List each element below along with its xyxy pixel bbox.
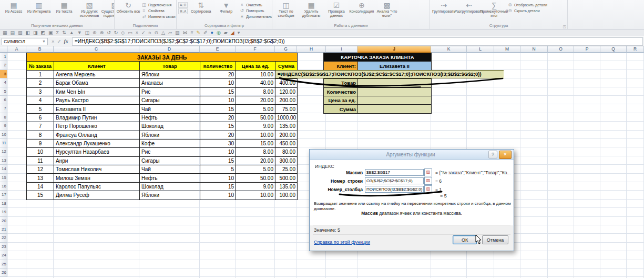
- existing-connections-button[interactable]: ▨Существующие подключения: [103, 1, 114, 18]
- column-header-g[interactable]: G: [275, 46, 297, 53]
- row-header-11[interactable]: 11: [0, 139, 7, 147]
- toolbar-icon[interactable]: ▤: [11, 29, 15, 36]
- row-header-23[interactable]: 23: [0, 243, 7, 251]
- toolbar-icon[interactable]: ◧: [26, 29, 30, 36]
- table-cell[interactable]: 9: [27, 139, 54, 147]
- orders-column-header[interactable]: Клиент: [54, 62, 140, 70]
- table-cell[interactable]: 6: [27, 113, 54, 122]
- toolbar-icon[interactable]: ▾: [238, 29, 240, 36]
- table-cell[interactable]: 8.00: [236, 148, 275, 156]
- table-cell[interactable]: 15: [200, 87, 236, 96]
- rownum-arg-input[interactable]: ОЗ($J$2;$C$2:$C$17;0): [365, 177, 424, 184]
- client-value-cell[interactable]: Елизавета II: [358, 62, 432, 70]
- row-header-10[interactable]: 10: [0, 131, 7, 139]
- table-cell[interactable]: Дилма Русеф: [54, 191, 140, 200]
- row-header-15[interactable]: 15: [0, 174, 7, 182]
- table-cell[interactable]: 11: [27, 156, 54, 165]
- toolbar-icon[interactable]: ▼: [77, 29, 82, 36]
- table-cell[interactable]: 15: [200, 105, 236, 113]
- table-cell[interactable]: Шоколад: [140, 182, 200, 191]
- formula-input[interactable]: =ИНДЕКС($B$2:$G$17;ПОИСКПОЗ($J$2;$C$2:$C…: [72, 37, 643, 46]
- row-header-13[interactable]: 13: [0, 156, 7, 165]
- table-cell[interactable]: 13: [27, 174, 54, 182]
- toolbar-icon[interactable]: ◫: [85, 29, 90, 36]
- row-header-6[interactable]: 6: [0, 96, 7, 104]
- remove-duplicates-button[interactable]: ▦Удалить дубликаты: [299, 1, 323, 18]
- table-cell[interactable]: 200.00: [275, 96, 298, 104]
- table-cell[interactable]: 2: [27, 79, 54, 87]
- table-cell[interactable]: 4: [27, 96, 54, 104]
- editing-cell-formula[interactable]: =ИНДЕКС($B$2:$G$17;ПОИСКПОЗ($J$2;$C$2:$C…: [275, 70, 504, 78]
- consolidate-button[interactable]: ⊕Консолидация: [350, 1, 374, 14]
- toolbar-icon[interactable]: ▣: [48, 29, 53, 36]
- orders-column-header[interactable]: № заказа: [27, 62, 54, 70]
- table-cell[interactable]: 5.00: [236, 165, 275, 174]
- table-cell[interactable]: Каролос Папульяс: [54, 182, 140, 191]
- table-cell[interactable]: 10.00: [236, 70, 275, 78]
- toolbar-icon[interactable]: △: [161, 29, 165, 36]
- ungroup-button[interactable]: ⇠Разгруппировать: [457, 1, 481, 14]
- table-cell[interactable]: 9.00: [236, 182, 275, 191]
- table-cell[interactable]: Чай: [140, 105, 200, 113]
- reapply-button[interactable]: ↺Повторить: [239, 8, 272, 13]
- sort-button[interactable]: ⇅Сортировка: [189, 1, 213, 14]
- orders-table[interactable]: ЗАКАЗЫ ЗА ДЕНЬ№ заказаКлиентТоварКоличес…: [26, 53, 298, 200]
- table-cell[interactable]: 5.00: [236, 105, 275, 113]
- row-header-21[interactable]: 21: [0, 225, 7, 234]
- table-cell[interactable]: Ананасы: [140, 79, 200, 87]
- table-cell[interactable]: 10.00: [236, 131, 275, 139]
- table-cell[interactable]: Ким Чен Ын: [54, 87, 140, 96]
- row-header-20[interactable]: 20: [0, 217, 7, 225]
- orders-column-header[interactable]: Товар: [140, 62, 200, 70]
- group-button[interactable]: ⇢Группировать: [432, 1, 456, 14]
- sort-za-button[interactable]: Я↓А: [178, 8, 188, 14]
- table-cell[interactable]: Барак Обама: [54, 79, 140, 87]
- cancel-button[interactable]: Отмена: [482, 235, 508, 244]
- cancel-entry-icon[interactable]: ×: [52, 38, 55, 44]
- subtotal-button[interactable]: ∑Промежуточный итог: [482, 1, 506, 18]
- table-cell[interactable]: Шоколад: [140, 122, 200, 131]
- toolbar-icon[interactable]: ▱: [168, 29, 172, 36]
- table-cell[interactable]: 10: [200, 79, 236, 87]
- table-cell[interactable]: 7: [27, 122, 54, 131]
- help-link[interactable]: Справка по этой функции: [314, 240, 370, 245]
- from-access-button[interactable]: ▤Из Access: [2, 1, 26, 14]
- table-cell[interactable]: 10: [200, 191, 236, 200]
- column-header-q[interactable]: Q: [600, 46, 627, 53]
- column-header-d[interactable]: D: [139, 46, 200, 53]
- toolbar-icon[interactable]: ◢: [231, 29, 234, 36]
- row-header-1[interactable]: 1: [0, 53, 7, 61]
- table-cell[interactable]: 300.00: [275, 156, 298, 165]
- toolbar-icon[interactable]: ≈: [149, 29, 151, 36]
- row-header-14[interactable]: 14: [0, 165, 7, 173]
- table-cell[interactable]: 15.00: [236, 139, 275, 147]
- table-cell[interactable]: Яблоки: [140, 70, 200, 78]
- table-cell[interactable]: Пётр Порошенко: [54, 122, 140, 131]
- table-cell[interactable]: 450.00: [275, 139, 298, 147]
- table-cell[interactable]: 50.00: [236, 113, 275, 122]
- table-cell[interactable]: 400.00: [275, 79, 298, 87]
- table-cell[interactable]: 200.00: [275, 131, 298, 139]
- table-cell[interactable]: Елизавета II: [54, 105, 140, 113]
- toolbar-icon[interactable]: ✐: [203, 29, 208, 36]
- show-detail-button[interactable]: ⊕Отобразить детали: [507, 2, 547, 7]
- table-cell[interactable]: 20: [200, 70, 236, 78]
- data-validation-button[interactable]: ☑Проверка данных: [324, 1, 349, 18]
- what-if-analysis-button[interactable]: ▩Анализ "что если": [375, 1, 399, 18]
- refresh-all-button[interactable]: ↻Обновить все: [116, 1, 140, 14]
- table-cell[interactable]: Сигары: [140, 96, 200, 104]
- clear-filter-button[interactable]: ×Очистить: [239, 2, 272, 7]
- confirm-entry-icon[interactable]: ✓: [57, 38, 62, 44]
- row-header-16[interactable]: 16: [0, 182, 7, 191]
- table-cell[interactable]: 40.00: [236, 79, 275, 87]
- filter-button[interactable]: ▼Фильтр: [214, 1, 238, 14]
- table-cell[interactable]: 10: [200, 96, 236, 104]
- toolbar-icon[interactable]: ✎: [196, 29, 200, 36]
- client-card[interactable]: КАРТОЧКА ЗАКАЗА КЛИЕНТАКлиент:Елизавета …: [323, 53, 432, 114]
- table-cell[interactable]: 20.00: [236, 96, 275, 104]
- close-icon[interactable]: ×: [499, 151, 512, 159]
- table-cell[interactable]: 15: [200, 156, 236, 165]
- toolbar-icon[interactable]: ▭: [128, 29, 132, 36]
- toolbar-icon[interactable]: ↺: [107, 29, 111, 36]
- column-header-j[interactable]: J: [357, 46, 431, 53]
